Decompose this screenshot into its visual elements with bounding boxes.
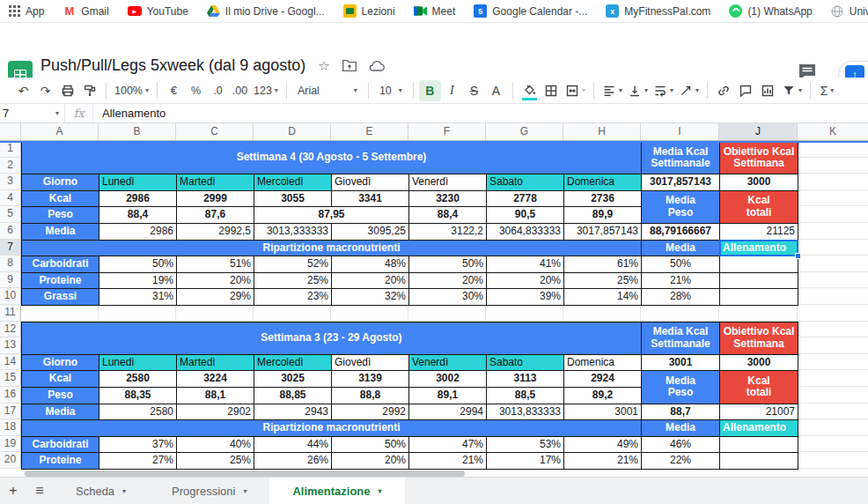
cell-D14[interactable]: Mercoledì [254,354,332,372]
font-size-select[interactable]: 10▾ [374,80,408,101]
cell-J11[interactable] [719,305,798,322]
cell-A12[interactable]: Settimana 3 (23 - 29 Agosto) [21,322,642,355]
cell-C9[interactable]: 20% [176,272,254,290]
cell-I1[interactable]: Media Kcal Settimanale [641,141,720,174]
cell-K7[interactable] [798,240,868,256]
cell-B9[interactable]: 19% [99,272,177,290]
cell-F15[interactable]: 3002 [408,370,487,388]
cell-F16[interactable]: 89,1 [408,387,487,404]
cell-C6[interactable]: 2992,5 [176,223,254,241]
decrease-decimal-button[interactable]: .0 [207,80,229,101]
cell-F10[interactable]: 30% [408,288,487,306]
cell-J9[interactable] [719,272,798,290]
cell-J14[interactable]: 3000 [719,354,798,372]
cell-C15[interactable]: 3224 [176,370,254,388]
cell-H6[interactable]: 3017,857143 [563,223,642,241]
cell-F20[interactable]: 21% [408,452,487,470]
column-header-G[interactable]: G [486,123,563,141]
cell-J6[interactable]: 21125 [719,223,798,241]
column-header-E[interactable]: E [331,123,408,141]
row-header-19[interactable]: 19 [0,436,21,453]
cell-D6[interactable]: 3013,333333 [254,223,332,241]
text-wrap-icon[interactable]: ▾ [651,80,676,101]
cell-J8[interactable] [719,256,798,273]
row-header-2[interactable]: 2 [0,158,21,174]
cell-A7[interactable]: Ripartizione macronutrienti [21,240,642,257]
row-header-7[interactable]: 7 [0,240,21,256]
cell-D10[interactable]: 23% [254,288,332,306]
cell-G15[interactable]: 3113 [486,370,564,388]
comment-icon[interactable] [735,80,757,101]
cell-C16[interactable]: 88,1 [176,387,254,404]
cell-C14[interactable]: Martedì [176,354,254,372]
cell-B10[interactable]: 31% [99,288,177,306]
cell-A16[interactable]: Peso [21,387,99,404]
row-header-5[interactable]: 5 [0,206,21,223]
bookmark-drive[interactable]: Il mio Drive - Googl... [207,4,325,18]
cell-K5[interactable] [798,206,868,223]
bookmark-universita[interactable]: Università San Raffa... [831,4,868,18]
select-all-corner[interactable] [0,123,21,141]
tab-scheda[interactable]: Scheda ▾ [53,478,149,504]
cell-B11[interactable] [99,305,176,322]
cell-G5[interactable]: 90,5 [486,206,564,224]
cell-F19[interactable]: 47% [408,436,487,454]
chart-icon[interactable] [757,80,779,101]
row-header-12[interactable]: 12 [0,322,21,338]
row-header-20[interactable]: 20 [0,452,21,469]
bookmark-app[interactable]: App [9,5,44,18]
doc-title[interactable]: Push/Pull/Legs 5xweek (dal 9 agosto) [40,56,305,75]
cell-K14[interactable] [798,354,868,371]
cell-C17[interactable]: 2902 [176,404,254,421]
row-header-17[interactable]: 17 [0,404,21,420]
cell-H4[interactable]: 2736 [563,190,642,208]
cell-A18[interactable]: Ripartizione macronutrienti [21,419,642,437]
cell-I10[interactable]: 28% [641,288,720,306]
cell-H14[interactable]: Domenica [563,354,642,372]
cell-G4[interactable]: 2778 [486,190,564,208]
row-header-4[interactable]: 4 [0,190,21,207]
cell-I7[interactable]: Media [641,240,720,257]
cell-I8[interactable]: 50% [641,256,720,273]
borders-icon[interactable] [541,80,563,101]
cell-G14[interactable]: Sabato [486,354,564,372]
column-header-F[interactable]: F [408,123,486,141]
cell-A19[interactable]: Carboidrati [21,436,99,454]
cell-H9[interactable]: 25% [563,272,642,290]
bookmark-youtube[interactable]: ▶ YouTube [128,5,188,18]
tab-alimentazione[interactable]: Alimentazione ▾ [269,478,404,504]
cell-K9[interactable] [798,272,868,289]
cell-F9[interactable]: 20% [408,272,487,290]
bold-button[interactable]: B [419,80,441,101]
cell-G19[interactable]: 53% [486,436,564,454]
cell-K11[interactable] [798,305,868,322]
cell-B19[interactable]: 37% [99,436,177,454]
row-header-6[interactable]: 6 [0,223,21,240]
cell-C11[interactable] [176,305,254,322]
cell-A10[interactable]: Grassi [21,288,99,306]
cell-B16[interactable]: 88,35 [99,387,177,404]
cell-C10[interactable]: 29% [176,288,254,306]
cell-D20[interactable]: 26% [254,452,332,470]
cell-D8[interactable]: 52% [254,256,332,273]
bookmark-myfitnesspal[interactable]: x MyFitnessPal.com [606,4,710,18]
column-header-C[interactable]: C [176,123,254,141]
row-header-9[interactable]: 9 [0,272,21,289]
name-box[interactable]: 7 ▾ [0,104,65,122]
cell-A20[interactable]: Proteine [21,452,99,470]
bookmark-lezioni[interactable]: Lezioni [343,4,395,18]
cell-J1[interactable]: Obiettivo Kcal Settimana [719,141,798,174]
cell-A6[interactable]: Media [21,223,99,241]
filter-icon[interactable]: ▾ [779,80,805,101]
cell-C5[interactable]: 87,6 [176,206,254,224]
cell-I12[interactable]: Media Kcal Settimanale [641,322,720,355]
cell-B15[interactable]: 2580 [99,370,177,388]
increase-decimal-button[interactable]: .00 [229,80,251,101]
cell-D11[interactable] [254,305,331,322]
cell-H5[interactable]: 89,9 [563,206,642,224]
cell-I14[interactable]: 3001 [641,354,720,372]
star-icon[interactable]: ☆ [318,58,329,74]
cell-E9[interactable]: 20% [331,272,409,290]
cell-E19[interactable]: 50% [331,436,409,454]
paint-format-button[interactable] [78,80,100,101]
